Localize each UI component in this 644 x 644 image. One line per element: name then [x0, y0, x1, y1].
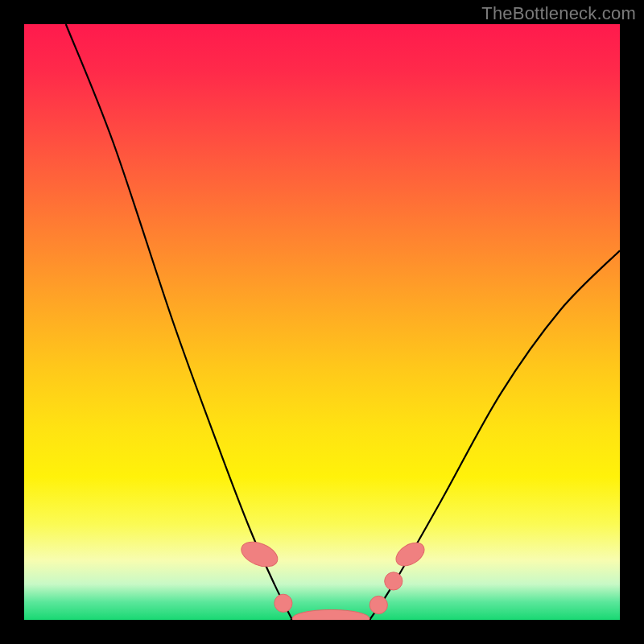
curve-marker	[392, 538, 428, 570]
attribution-text: TheBottleneck.com	[481, 3, 636, 24]
curve-marker	[275, 594, 292, 612]
curve-marker	[237, 537, 281, 571]
curve-marker	[292, 609, 369, 620]
curve-marker	[385, 572, 402, 590]
curve-marker	[369, 596, 387, 613]
curve-markers	[237, 537, 428, 620]
outer-frame: TheBottleneck.com	[0, 0, 644, 644]
chart-svg	[24, 24, 620, 620]
bottleneck-curve	[66, 24, 620, 620]
plot-area	[24, 24, 620, 620]
